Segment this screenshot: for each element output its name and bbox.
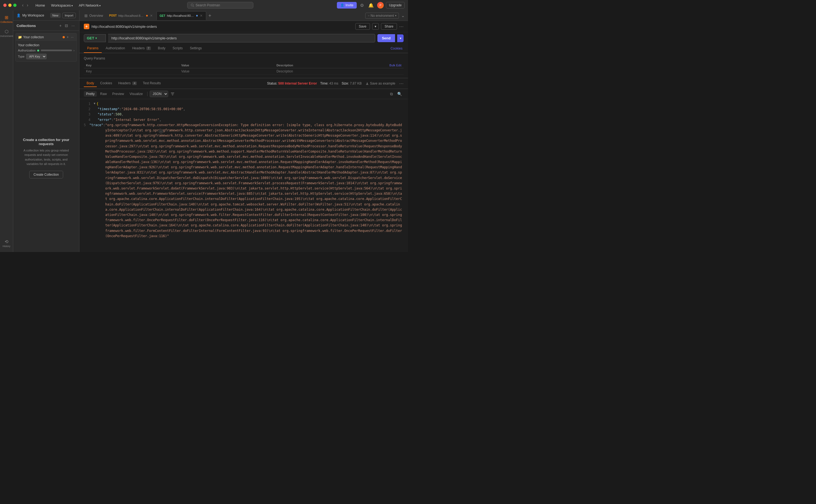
filter-button[interactable]: ⊟ <box>64 23 69 28</box>
share-button[interactable]: Share <box>381 23 397 30</box>
sidebar-item-history[interactable]: ⟲ History <box>1 237 13 250</box>
titlebar: ‹ › Home Workspaces▾ API Network▾ Search… <box>0 0 408 10</box>
save-button[interactable]: Save <box>355 23 370 30</box>
tabs-actions: ○ No environment ▾ ⌄ <box>365 12 406 19</box>
size-value: 7.87 KB <box>350 82 362 85</box>
format-visualize-button[interactable]: Visualize <box>127 91 145 97</box>
tab-authorization[interactable]: Authorization <box>102 44 128 53</box>
collections-icon: ⊞ <box>5 15 8 20</box>
import-button[interactable]: Import <box>62 13 76 18</box>
send-button[interactable]: Send <box>377 34 395 42</box>
sidebar-item-environments[interactable]: ⬡ Environments <box>1 27 13 40</box>
search-box[interactable]: Search Postman <box>187 2 253 9</box>
toggle-sidebar-button[interactable]: ‹ <box>159 129 163 134</box>
resp-tab-headers[interactable]: Headers 4 <box>115 80 139 87</box>
tab-overview[interactable]: ⊞ Overview <box>82 11 106 20</box>
json-viewer: 1 ▼ { 2 "timestamp" : "2024-08-20T06:58:… <box>79 99 408 252</box>
url-row: GET ▾ Send ▾ <box>79 32 408 44</box>
format-raw-button[interactable]: Raw <box>98 91 109 97</box>
type-row: Type API Key <box>18 54 74 59</box>
collection-header[interactable]: 📁 Your collecton + ··· <box>16 33 77 41</box>
param-empty-row <box>84 68 404 75</box>
url-input[interactable] <box>108 34 375 42</box>
save-as-example-button[interactable]: Save as example <box>364 81 397 86</box>
response-header: Body Cookies Headers 4 Test Results Stat… <box>79 78 408 89</box>
nav-buttons: ‹ › <box>21 2 29 8</box>
query-params-title: Query Params <box>84 56 404 60</box>
param-desc-input[interactable] <box>277 69 367 73</box>
response-more-button[interactable]: ⋯ <box>399 81 404 86</box>
format-pretty-button[interactable]: Pretty <box>84 91 97 97</box>
status-value: 500 Internal Server Error <box>279 82 317 85</box>
resp-tab-body[interactable]: Body <box>84 80 97 87</box>
more-request-button[interactable]: ⋯ <box>399 24 404 29</box>
new-tab-button[interactable]: + <box>207 13 213 18</box>
minimize-button[interactable] <box>8 4 12 7</box>
type-select[interactable]: API Key <box>26 54 47 59</box>
invite-button[interactable]: 👤 Invite <box>337 2 357 9</box>
json-format-select[interactable]: JSON XML Text <box>150 91 168 97</box>
format-preview-button[interactable]: Preview <box>110 91 126 97</box>
time-value: 43 ms <box>329 82 339 85</box>
resp-tab-cookies[interactable]: Cookies <box>97 80 115 87</box>
format-separator <box>147 92 147 96</box>
environment-selector[interactable]: ○ No environment ▾ <box>365 13 399 19</box>
upgrade-button[interactable]: Upgrade <box>386 2 405 9</box>
empty-state: Create a collection for your requests A … <box>13 64 79 252</box>
environments-icon: ⬡ <box>5 29 9 34</box>
tab-get[interactable]: GET http://localhost:8080/ap... ✕ <box>156 11 206 20</box>
add-collection-button[interactable]: + <box>58 23 63 28</box>
no-env-icon: ○ <box>368 14 369 17</box>
more-options-button[interactable]: ··· <box>70 23 76 28</box>
collection-expanded-title: Your collection <box>18 43 74 47</box>
nav-links: Home Workspaces▾ API Network▾ <box>33 2 103 9</box>
search-response-button[interactable]: 🔍 <box>396 91 404 97</box>
copy-response-button[interactable]: ⧉ <box>388 91 395 97</box>
key-column-header: Key <box>84 63 179 68</box>
resp-tab-test-results[interactable]: Test Results <box>140 80 163 87</box>
back-button[interactable]: ‹ <box>21 2 25 8</box>
tab-settings[interactable]: Settings <box>186 44 205 53</box>
search-icon <box>191 4 194 7</box>
get-tab-close[interactable]: ✕ <box>199 14 203 18</box>
collection-unsaved-dot <box>63 36 65 38</box>
send-dropdown-button[interactable]: ▾ <box>397 34 404 42</box>
post-tab-close[interactable]: ✕ <box>149 14 153 18</box>
create-collection-button[interactable]: Create Collection <box>29 171 63 178</box>
bulk-edit-button[interactable]: Bulk Edit <box>390 64 401 67</box>
forward-button[interactable]: › <box>26 2 29 8</box>
size-label: Size: 7.87 KB <box>342 82 362 85</box>
method-selector[interactable]: GET ▾ <box>84 34 106 42</box>
tabs-more-button[interactable]: ⌄ <box>400 12 406 19</box>
param-key-input[interactable] <box>86 69 177 73</box>
overview-icon: ⊞ <box>84 13 88 18</box>
workspace-header: 👤 My Workspace New Import <box>13 10 79 21</box>
response-meta: Status: 500 Internal Server Error Time: … <box>267 82 362 85</box>
param-value-input[interactable] <box>181 69 272 73</box>
tab-params[interactable]: Params <box>84 44 102 53</box>
workspaces-link[interactable]: Workspaces▾ <box>48 2 75 9</box>
api-network-link[interactable]: API Network▾ <box>76 2 103 9</box>
tabs-bar: ⊞ Overview POST http://localhost:8080/ ✕… <box>79 10 408 21</box>
new-button[interactable]: New <box>50 13 61 18</box>
maximize-button[interactable] <box>13 4 17 7</box>
home-link[interactable]: Home <box>33 2 48 9</box>
tab-headers[interactable]: Headers 7 <box>129 44 154 53</box>
settings-icon-button[interactable]: ⚙ <box>359 2 365 9</box>
tab-post[interactable]: POST http://localhost:8080/ ✕ <box>106 11 156 20</box>
query-params-section: Query Params Key Value Description Bulk … <box>79 53 408 78</box>
collection-add-button[interactable]: + <box>66 35 69 39</box>
close-button[interactable] <box>3 4 7 7</box>
headers-badge: 7 <box>146 47 151 50</box>
cookies-link[interactable]: Cookies <box>390 44 404 53</box>
sidebar-item-collections[interactable]: ⊞ Collections <box>1 13 13 26</box>
notifications-icon-button[interactable]: 🔔 <box>367 2 375 9</box>
response-area: Body Cookies Headers 4 Test Results Stat… <box>79 78 408 252</box>
collection-more-button[interactable]: ··· <box>70 35 74 39</box>
json-expand-1[interactable]: ▼ <box>94 101 95 106</box>
empty-title: Create a collection for your requests <box>19 138 74 146</box>
tab-body[interactable]: Body <box>155 44 169 53</box>
tab-scripts[interactable]: Scripts <box>169 44 186 53</box>
auth-label: Authorization <box>18 49 36 52</box>
save-dropdown-button[interactable]: ▾ <box>372 23 379 30</box>
